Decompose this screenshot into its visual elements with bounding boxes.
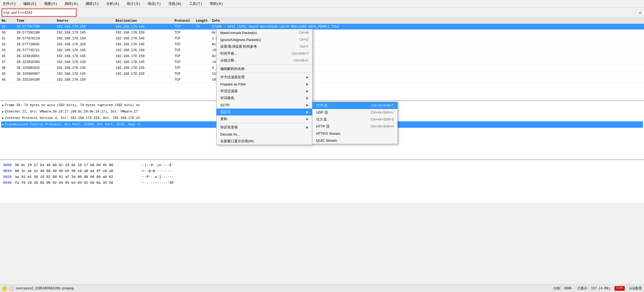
ctx-item-label: 分组注释... [220, 58, 237, 63]
submenu[interactable]: TCP 流Ctrl+Alt+Shift+TUDP 流Ctrl+Alt+Shift… [312, 102, 398, 144]
cell-src: 192.168.170.145 [57, 66, 116, 70]
cell-len: 74 [196, 25, 212, 29]
cell-time: 39.323816051 [17, 54, 57, 58]
submenu-item[interactable]: TCP 流Ctrl+Alt+Shift+T [312, 102, 397, 109]
menu-item-capture[interactable]: 捕获(C) [84, 1, 100, 7]
menu-item-file[interactable]: 文件(F) [1, 1, 17, 7]
context-menu-item[interactable]: 设置/取消设置 时间参考Ctrl+T [217, 43, 312, 50]
submenu-item-label: HTTP/2 Stream [316, 132, 340, 136]
menu-item-edit[interactable]: 编辑(E) [22, 1, 38, 7]
cell-proto: TCP [175, 78, 196, 82]
cell-proto: TCP [175, 54, 196, 58]
cell-proto: TCP [175, 72, 196, 76]
menu-item-view[interactable]: 视图(V) [43, 1, 59, 7]
submenu-item-shortcut: Ctrl+Alt+Shift+H [371, 125, 394, 128]
cell-proto: TCP [175, 37, 196, 40]
context-menu-item[interactable]: 对话过滤器 ▶ [217, 88, 312, 95]
submenu-item[interactable]: TLS 流Ctrl+Alt+Shift+S [312, 116, 397, 123]
cell-dst: 192.168.170.159 [116, 66, 175, 70]
hex-offset: 0030 [3, 181, 13, 185]
table-row[interactable]: 37 39.323916393 192.168.170.159 192.168.… [0, 59, 644, 65]
cell-no: 29 [1, 25, 17, 29]
context-menu-item[interactable]: 对话着色 ▶ [217, 95, 312, 102]
header-info: Info [212, 19, 643, 23]
menu-item-phone[interactable]: 电话(Y) [146, 1, 162, 7]
cell-time: 28.577728691 [17, 43, 57, 46]
header-source: Source [57, 19, 116, 23]
submenu-item[interactable]: UDP 流Ctrl+Alt+Shift+U [312, 109, 397, 116]
cell-time: 39.325194160 [17, 78, 57, 82]
menu-item-wireless[interactable]: 无线(W) [167, 1, 183, 7]
close-button[interactable]: ✕ [638, 10, 643, 16]
packet-rows: 29 28.577587788 192.168.170.159 192.168.… [0, 24, 644, 83]
context-menu-item[interactable]: 追踪流 ▶ [217, 108, 312, 115]
submenu-item-shortcut: Ctrl+Alt+Shift+S [371, 118, 394, 121]
detail-text: Ethernet II, Src: VMware_6e:18:17 (00:0c… [5, 110, 138, 114]
context-menu-item[interactable]: 在新窗口显示分组(W) [217, 138, 312, 145]
context-menu-item[interactable]: 作为过滤器应用 ▶ [217, 74, 312, 81]
ctx-item-label: Prepare as Filter [220, 82, 246, 86]
table-row[interactable]: 30 28.577592188 192.168.170.145 192.168.… [0, 30, 644, 36]
context-menu-item[interactable]: Prepare as Filter ▶ [217, 81, 312, 88]
menu-item-analyze[interactable]: 分析(A) [105, 1, 121, 7]
filter-bar-row: ✕ [0, 8, 644, 18]
table-row[interactable]: 33 28.577735721 192.168.170.145 192.168.… [0, 47, 644, 53]
ctx-item-label: 对话过滤器 [220, 89, 238, 93]
header-protocol: Protocol [175, 19, 196, 23]
ctx-item-label: 追踪流 [220, 110, 231, 114]
menu-bar: 文件(F) 编辑(E) 视图(V) 跳转(G) 捕获(C) 分析(A) 统计(S… [0, 0, 644, 8]
cell-no: 39 [1, 72, 17, 76]
ctx-item-label: 对话着色 [220, 96, 234, 100]
detail-text: Transmission Control Protocol, Src Port:… [5, 123, 140, 126]
context-menu-separator [217, 73, 312, 73]
context-menu-item[interactable]: Ignore/Unignore Packet(s)Ctrl+D [217, 36, 312, 43]
table-row[interactable]: 38 39.325002015 192.168.170.145 192.168.… [0, 65, 644, 71]
context-menu-item[interactable]: Decode As... [217, 131, 312, 138]
cell-src: 192.168.170.145 [57, 54, 116, 58]
cell-no: 31 [1, 37, 17, 40]
context-menu-item[interactable]: SCTP ▶ [217, 102, 312, 108]
table-row[interactable]: 39 39.325065907 192.168.170.145 192.168.… [0, 71, 644, 77]
context-menu[interactable]: Mark/Unmark Packet(s)Ctrl+MIgnore/Unigno… [216, 29, 313, 145]
cell-dst: 192.168.170.145 [116, 37, 175, 40]
ctx-item-label: Mark/Unmark Packet(s) [220, 31, 257, 35]
table-row[interactable]: 29 28.577587788 192.168.170.159 192.168.… [0, 24, 644, 30]
status-indicator [2, 286, 7, 291]
table-row[interactable]: 36 39.323816051 192.168.170.145 192.168.… [0, 53, 644, 59]
header-length: Length [196, 19, 212, 23]
submenu-item[interactable]: HTTP 流Ctrl+Alt+Shift+H [312, 123, 397, 130]
ctx-item-shortcut: ▶ [306, 110, 309, 114]
context-menu-item[interactable]: Mark/Unmark Packet(s)Ctrl+M [217, 29, 312, 36]
context-menu-item[interactable]: 复制 ▶ [217, 115, 312, 122]
table-row[interactable]: 32 28.577728691 192.168.170.159 192.168.… [0, 42, 644, 47]
note-label: 认证配置 [629, 286, 642, 291]
filter-input[interactable] [3, 11, 75, 15]
context-menu-item[interactable]: 分组注释...Ctrl+Alt+C [217, 57, 312, 64]
hex-row: 0030fa f0 19 20 00 00 02 04 05 b4 04 02 … [3, 180, 641, 186]
cell-info: 57680 → 4242 [SYN] Seq=0 Win=64240 Len=0… [212, 25, 643, 29]
filter-bar[interactable] [2, 9, 77, 17]
packet-list: No. Time Source Destination Protocol Len… [0, 18, 644, 101]
submenu-item[interactable]: QUIC Stream [312, 137, 397, 144]
submenu-item-label: QUIC Stream [316, 138, 337, 143]
ctx-item-shortcut: ▶ [306, 103, 309, 107]
ctx-item-shortcut: Ctrl+Shift+T [291, 52, 309, 55]
menu-item-goto[interactable]: 跳转(G) [63, 1, 79, 7]
table-row[interactable]: 31 28.577678110 192.168.170.159 192.168.… [0, 36, 644, 42]
cell-dst: 192.168.170.145 [116, 25, 175, 29]
table-row[interactable]: 40 39.325194160 192.168.170.159 TCP 10 A… [0, 77, 644, 83]
context-menu-item[interactable]: 时间平移...Ctrl+Shift+T [217, 50, 312, 57]
menu-item-help[interactable]: 帮助(H) [208, 1, 225, 7]
context-menu-item[interactable]: 协议首选项 ▶ [217, 124, 312, 131]
cell-dst: 192.168.170.159 [116, 72, 175, 76]
hex-rows: 000000 0c 29 17 ba 48 00 0c 29 6e 18 17 … [3, 162, 641, 186]
context-menu-item[interactable]: 编辑解析的名称 [217, 65, 312, 72]
submenu-item[interactable]: HTTP/2 Stream [312, 130, 397, 137]
status-icon-btn[interactable]: 📋 [9, 286, 14, 291]
menu-item-tools[interactable]: 工具(T) [188, 1, 204, 7]
detail-text: Frame 29: 74 bytes on wire (592 bits), 7… [5, 103, 140, 107]
cell-src: 192.168.170.159 [57, 43, 116, 46]
cell-time: 39.323916393 [17, 60, 57, 64]
cell-no: 32 [1, 43, 17, 46]
menu-item-stats[interactable]: 统计(S) [125, 1, 142, 7]
